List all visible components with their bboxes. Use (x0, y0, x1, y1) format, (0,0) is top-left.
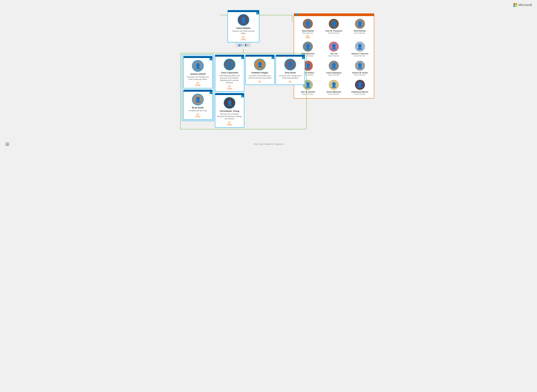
count-badge: 👥 6 👤 6 (236, 43, 251, 47)
linkedin-badge: in (272, 57, 274, 59)
card-top-bar (215, 55, 244, 57)
ceo-title: Chairman and Chief Executive Officer (230, 30, 257, 35)
judson-avatar: 👤 (192, 60, 204, 72)
kathleen-name: Kathleen Hogan (247, 71, 273, 74)
v-line-ceo (243, 49, 244, 53)
footer-icon: 🏢 (5, 142, 9, 146)
ms-logo-text: Microsoft (518, 3, 532, 7)
card-top-bar (215, 93, 244, 95)
brad-name: Brad Smith (185, 106, 211, 109)
kathleen-card: in 👤 Kathleen Hogan Executive Vice Presi… (245, 55, 275, 85)
card-top-bar (246, 55, 274, 57)
brad-bio-link[interactable]: Bio (185, 113, 211, 115)
brad-card: in 👤 Brad Smith President and Vice Chair… (183, 90, 212, 120)
badge-group-direct: 👥 6 (238, 44, 242, 46)
judson-title: Executive Vice President and Chief Comme… (185, 76, 211, 81)
ceo-twitter-link[interactable]: Twitter (230, 38, 257, 40)
amy-avatar: 👤 (284, 59, 296, 70)
card-top-bar (184, 56, 212, 58)
ceo-person-card: in 👤 Satya Nadella Chairman and Chief Ex… (227, 10, 259, 42)
badge-group-indirect: 👤 6 (245, 44, 249, 46)
christopher-card: in 👤 Christopher Young Executive Vice Pr… (215, 93, 244, 128)
indirect-count: 6 (247, 44, 249, 46)
ceo-name: Satya Nadella (230, 27, 257, 29)
ceo-section: in 👤 Satya Nadella Chairman and Chief Ex… (111, 10, 376, 47)
ms-grid-icon (513, 3, 517, 7)
linkedin-badge: in (241, 95, 244, 97)
chris-title: Chief Marketing Officer and Executive Vi… (217, 75, 242, 84)
christopher-avatar: 👤 (224, 97, 236, 109)
chris-twitter-link[interactable]: Twitter (217, 87, 242, 89)
brad-avatar: 👤 (192, 94, 204, 105)
group-icon: 👥 (238, 44, 241, 46)
christopher-title: Executive Vice President, Business Devel… (217, 113, 242, 120)
card-top-bar (276, 55, 305, 57)
brad-title: President and Vice Chair (185, 110, 211, 112)
chris-name: Chris Capossela (217, 71, 242, 74)
ceo-avatar: 👤 (238, 14, 249, 26)
footer-text: Org Chart Created in Organimi (254, 143, 283, 145)
judson-name: Judson Althoff (185, 73, 211, 75)
linkedin-badge: in (256, 12, 259, 14)
chris-avatar: 👤 (224, 59, 236, 70)
christopher-name: Christopher Young (217, 110, 242, 112)
kathleen-title: Executive Vice President and Chief Human… (247, 75, 273, 79)
judson-twitter-link[interactable]: Twitter (185, 84, 211, 86)
brad-twitter-link[interactable]: Twitter (185, 115, 211, 117)
linkedin-badge: in (210, 58, 212, 60)
kathleen-avatar: 👤 (254, 59, 266, 70)
ceo-card: in 👤 Satya Nadella Chairman and Chief Ex… (227, 10, 259, 47)
direct-count: 6 (241, 44, 242, 46)
card-top-bar (184, 90, 212, 92)
amy-name: Amy Hood (278, 71, 303, 74)
chris-bio-link[interactable]: Bio (217, 85, 242, 87)
linkedin-badge: in (302, 57, 305, 59)
christopher-twitter-link[interactable]: Twitter (217, 123, 242, 125)
linkedin-badge: in (210, 92, 212, 94)
footer: 🏢 Org Chart Created in Organimi (0, 140, 537, 149)
christopher-bio-link[interactable]: Bio (217, 121, 242, 123)
person-icon: 👤 (245, 44, 247, 46)
chris-card: in 👤 Chris Capossela Chief Marketing Off… (215, 55, 244, 92)
amy-title: Executive Vice President and Chief Finan… (278, 75, 303, 79)
card-top-bar (228, 10, 259, 12)
linkedin-badge: in (241, 57, 244, 59)
judson-card: in 👤 Judson Althoff Executive Vice Presi… (183, 56, 212, 88)
kathleen-bio-link[interactable]: Bio (247, 80, 273, 82)
judson-bio-link[interactable]: Bio (185, 82, 211, 84)
microsoft-logo: Microsoft (513, 3, 532, 7)
amy-card: in 👤 Amy Hood Executive Vice President a… (276, 55, 305, 85)
ceo-bio-link[interactable]: Bio (230, 36, 257, 38)
amy-bio-link[interactable]: Bio (278, 80, 303, 82)
